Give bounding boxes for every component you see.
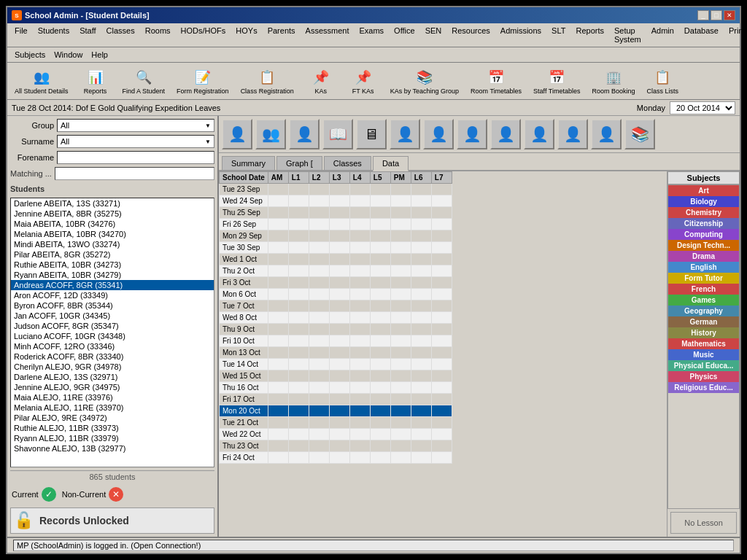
student-item[interactable]: Byron ACOFF, 8BR (35344)	[11, 300, 214, 311]
student-item[interactable]: Aron ACOFF, 12D (33349)	[11, 290, 214, 300]
surname-dropdown[interactable]: All ▼	[57, 135, 214, 148]
toolbar-btn-staff-timetables[interactable]: 📅Staff Timetables	[530, 66, 583, 96]
menu-item-window[interactable]: Window	[50, 49, 87, 61]
subject-item-design-techn...[interactable]: Design Techn...	[668, 240, 739, 251]
student-item[interactable]: Ryann ALEJO, 11BR (33979)	[11, 433, 214, 443]
avatar-btn-6[interactable]: 👤	[423, 119, 454, 149]
forename-input[interactable]	[57, 151, 214, 164]
toolbar-btn-class-lists[interactable]: 📋Class Lists	[644, 66, 682, 96]
menu-item-students[interactable]: Students	[34, 25, 74, 45]
subject-item-biology[interactable]: Biology	[668, 196, 739, 207]
menu-item-reports[interactable]: Reports	[571, 25, 608, 45]
table-row[interactable]: Wed 8 Oct	[220, 312, 452, 324]
student-item[interactable]: Cherilyn ALEJO, 9GR (34978)	[11, 362, 214, 372]
avatar-btn-1[interactable]: 👥	[255, 119, 286, 149]
avatar-btn-11[interactable]: 👤	[591, 119, 622, 149]
table-row[interactable]: Mon 6 Oct	[220, 289, 452, 300]
subject-item-german[interactable]: German	[668, 316, 739, 327]
subject-item-citizenship[interactable]: Citizenship	[668, 218, 739, 229]
toolbar-btn-kas-by-teaching-group[interactable]: 📚KAs by Teaching Group	[387, 66, 462, 96]
subject-item-geography[interactable]: Geography	[668, 306, 739, 316]
avatar-btn-0[interactable]: 👤	[222, 119, 252, 149]
menu-item-admissions[interactable]: Admissions	[496, 25, 546, 45]
menu-item-assessment[interactable]: Assessment	[301, 25, 354, 45]
student-item[interactable]: Maia ABEITA, 10BR (34276)	[11, 219, 214, 229]
subject-item-physical-educa...[interactable]: Physical Educa...	[668, 360, 739, 371]
close-button[interactable]: ✕	[724, 10, 735, 20]
tab-data[interactable]: Data	[373, 156, 409, 171]
menu-item-file[interactable]: File	[10, 25, 32, 45]
table-row[interactable]: Wed 1 Oct	[220, 254, 452, 265]
subject-item-art[interactable]: Art	[668, 185, 739, 196]
table-row[interactable]: Tue 30 Sep	[220, 242, 452, 254]
table-row[interactable]: Wed 24 Sep	[220, 195, 452, 207]
toolbar-btn-class-registration[interactable]: 📋Class Registration	[238, 66, 297, 96]
menu-item-parents[interactable]: Parents	[263, 25, 300, 45]
tab-graph[[interactable]: Graph [	[276, 156, 322, 170]
toolbar-btn-reports[interactable]: 📊Reports	[77, 66, 114, 96]
table-row[interactable]: Thu 23 Oct	[220, 440, 452, 452]
student-item[interactable]: Minh ACOFF, 12RO (33346)	[11, 341, 214, 351]
student-item[interactable]: Pilar ABEITA, 8GR (35272)	[11, 249, 214, 260]
table-row[interactable]: Thu 25 Sep	[220, 207, 452, 219]
student-item[interactable]: Darlene ABEITA, 13S (33271)	[11, 198, 214, 209]
menu-item-classes[interactable]: Classes	[102, 25, 139, 45]
toolbar-btn-room-timetables[interactable]: 📅Room Timetables	[468, 66, 525, 96]
student-item[interactable]: Pilar ALEJO, 9RE (34972)	[11, 413, 214, 423]
toolbar-btn-all-student-details[interactable]: 👥All Student Details	[12, 66, 71, 96]
student-item[interactable]: Jennine ALEJO, 9GR (34975)	[11, 382, 214, 392]
menu-item-subjects[interactable]: Subjects	[10, 49, 50, 61]
subject-item-computing[interactable]: Computing	[668, 229, 739, 240]
avatar-btn-4[interactable]: 🖥	[356, 119, 387, 149]
student-list[interactable]: Darlene ABEITA, 13S (33271)Jennine ABEIT…	[10, 198, 214, 467]
toolbar-btn-kas[interactable]: 📌KAs	[303, 66, 339, 96]
student-item[interactable]: Ruthie ALEJO, 11BR (33973)	[11, 423, 214, 433]
avatar-btn-3[interactable]: 📖	[322, 119, 353, 149]
menu-item-rooms[interactable]: Rooms	[141, 25, 175, 45]
student-item[interactable]: Darlene ALEJO, 13S (32971)	[11, 372, 214, 382]
menu-item-hoys[interactable]: HOYs	[231, 25, 261, 45]
table-row[interactable]: Mon 29 Sep	[220, 230, 452, 242]
menu-item-slt[interactable]: SLT	[547, 25, 570, 45]
table-row[interactable]: Fri 17 Oct	[220, 394, 452, 405]
subject-item-religious-educ...[interactable]: Religious Educ...	[668, 382, 739, 393]
menu-item-database[interactable]: Database	[680, 25, 723, 45]
student-item[interactable]: Luciano ACOFF, 10GR (34348)	[11, 331, 214, 341]
table-row[interactable]: Mon 13 Oct	[220, 347, 452, 359]
table-row[interactable]: Thu 16 Oct	[220, 382, 452, 394]
student-item[interactable]: Melania ALEJO, 11RE (33970)	[11, 402, 214, 413]
non-current-button[interactable]: Non-Current ✕	[62, 487, 124, 502]
menu-item-exams[interactable]: Exams	[355, 25, 388, 45]
subject-item-drama[interactable]: Drama	[668, 251, 739, 262]
tab-summary[interactable]: Summary	[222, 156, 275, 170]
toolbar-btn-ft-kas[interactable]: 📌FT KAs	[345, 66, 382, 96]
subject-item-music[interactable]: Music	[668, 349, 739, 360]
student-item[interactable]: Andreas ACOFF, 8GR (35341)	[11, 280, 214, 290]
menu-item-hods-hofs[interactable]: HODs/HOFs	[177, 25, 231, 45]
minimize-button[interactable]: _	[697, 10, 709, 20]
subject-item-chemistry[interactable]: Chemistry	[668, 207, 739, 218]
table-row[interactable]: Fri 3 Oct	[220, 277, 452, 289]
menu-item-office[interactable]: Office	[390, 25, 419, 45]
menu-item-admin[interactable]: Admin	[647, 25, 678, 45]
tab-classes[interactable]: Classes	[324, 156, 371, 170]
table-row[interactable]: Tue 21 Oct	[220, 417, 452, 429]
table-row[interactable]: Fri 10 Oct	[220, 335, 452, 347]
table-row[interactable]: Thu 2 Oct	[220, 265, 452, 277]
menu-item-printouts[interactable]: Printouts	[724, 25, 747, 45]
menu-item-sen[interactable]: SEN	[421, 25, 446, 45]
subject-item-english[interactable]: English	[668, 262, 739, 273]
student-item[interactable]: Maia ALEJO, 11RE (33976)	[11, 392, 214, 402]
student-item[interactable]: Mindi ABEITA, 13WO (33274)	[11, 239, 214, 249]
table-row[interactable]: Thu 9 Oct	[220, 324, 452, 335]
table-row[interactable]: Fri 26 Sep	[220, 219, 452, 230]
subject-item-mathematics[interactable]: Mathematics	[668, 338, 739, 349]
subject-item-games[interactable]: Games	[668, 295, 739, 306]
table-row[interactable]: Wed 15 Oct	[220, 370, 452, 382]
table-row[interactable]: Wed 22 Oct	[220, 429, 452, 440]
toolbar-btn-form-registration[interactable]: 📝Form Registration	[174, 66, 232, 96]
subject-item-form-tutor[interactable]: Form Tutor	[668, 273, 739, 284]
table-row[interactable]: Tue 14 Oct	[220, 359, 452, 370]
avatar-btn-12[interactable]: 📚	[624, 119, 655, 149]
maximize-button[interactable]: □	[711, 10, 722, 20]
